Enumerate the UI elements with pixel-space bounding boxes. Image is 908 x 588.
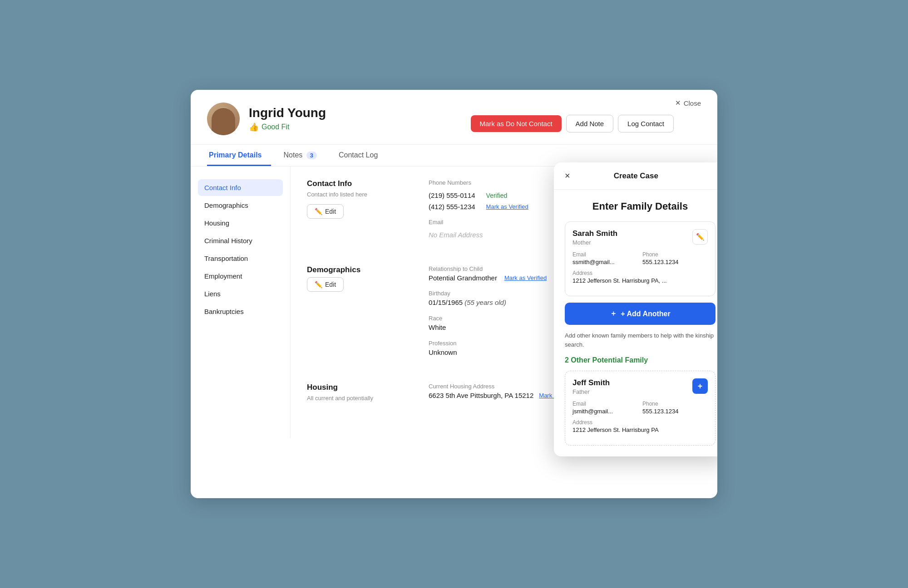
housing-left: Housing All current and potentially	[307, 383, 407, 408]
demographics-title: Demographics	[307, 265, 407, 274]
add-another-button[interactable]: ＋ + Add Another	[565, 303, 716, 325]
other-family-info: Jeff Smith Father	[572, 378, 610, 395]
profession-value: Unknown	[429, 348, 457, 356]
sidebar-item-liens[interactable]: Liens	[198, 285, 283, 302]
help-text: Add other known family members to help w…	[565, 331, 716, 349]
birthday-label: Birthday	[429, 290, 561, 297]
panel-close-button[interactable]: ×	[565, 171, 570, 181]
person-name: Ingrid Young	[249, 106, 326, 120]
close-button[interactable]: ✕ Close	[675, 99, 701, 107]
tab-contact-log[interactable]: Contact Log	[337, 145, 387, 166]
sidebar-item-demographics[interactable]: Demographics	[198, 197, 283, 214]
primary-address-value: 1212 Jefferson St. Harrisburg PA, ...	[572, 277, 708, 284]
address-value: 6623 5th Ave Pittsburgh, PA 15212	[429, 392, 533, 399]
primary-address-label: Address	[572, 270, 708, 276]
sidebar: Contact Info Demographics Housing Crimin…	[191, 167, 291, 439]
verified-badge-1: Verified	[486, 192, 508, 199]
race-value: White	[429, 323, 446, 331]
primary-family-header: Sarah Smith Mother ✏️	[572, 229, 708, 246]
close-x-icon: ✕	[675, 99, 681, 107]
other-address-field: Address 1212 Jefferson St. Harrisburg PA	[572, 419, 708, 433]
demographics-left: Demographics ✏️ Edit	[307, 265, 407, 365]
add-note-button[interactable]: Add Note	[566, 115, 614, 132]
avatar-body	[212, 108, 235, 135]
birthday-age: (55 years old)	[464, 299, 506, 306]
primary-phone-field: Phone 555.123.1234	[642, 251, 708, 265]
birthday-field: Birthday 01/15/1965 (55 years old)	[429, 290, 561, 307]
other-family-role: Father	[572, 388, 610, 395]
primary-family-info: Sarah Smith Mother	[572, 229, 617, 246]
other-phone-value: 555.123.1234	[642, 408, 708, 415]
demographics-edit-button[interactable]: ✏️ Edit	[307, 277, 344, 292]
contact-info-title: Contact Info	[307, 179, 407, 188]
phone-number-1: (219) 555-0114	[429, 191, 475, 199]
notes-badge: 3	[306, 152, 317, 159]
thumbs-up-icon: 👍	[249, 122, 259, 132]
primary-family-name: Sarah Smith	[572, 229, 617, 238]
relationship-value: Potential Grandmother	[429, 274, 497, 282]
tab-notes[interactable]: Notes 3	[282, 145, 326, 166]
mark-verified-link-2[interactable]: Mark as Verified	[504, 274, 547, 281]
sidebar-item-bankruptcies[interactable]: Bankruptcies	[198, 303, 283, 320]
primary-address-field: Address 1212 Jefferson St. Harrisburg PA…	[572, 270, 708, 284]
primary-phone-value: 555.123.1234	[642, 259, 708, 265]
email-label: Email	[429, 219, 444, 225]
email-value: No Email Address	[429, 231, 483, 239]
other-email-label: Email	[572, 401, 638, 407]
other-phone-field: Phone 555.123.1234	[642, 401, 708, 415]
other-family-card: Jeff Smith Father + Email jsmith@gmail..…	[565, 371, 716, 446]
pencil-icon: ✏️	[315, 208, 322, 215]
primary-email-label: Email	[572, 251, 638, 258]
header: Ingrid Young 👍 Good Fit Mark as Do Not C…	[191, 90, 717, 145]
other-family-name: Jeff Smith	[572, 378, 610, 387]
primary-family-role: Mother	[572, 239, 617, 246]
race-field: Race White	[429, 315, 561, 332]
sidebar-item-contact-info[interactable]: Contact Info	[198, 179, 283, 196]
header-left: Ingrid Young 👍 Good Fit	[207, 103, 326, 135]
panel-title: Create Case	[570, 172, 702, 181]
avatar-image	[207, 103, 240, 135]
race-label: Race	[429, 315, 561, 322]
contact-info-left: Contact Info Contact info listed here ✏️…	[307, 179, 407, 247]
log-contact-button[interactable]: Log Contact	[618, 115, 674, 132]
sidebar-item-criminal-history[interactable]: Criminal History	[198, 232, 283, 249]
panel-header: × Create Case	[554, 162, 717, 190]
sidebar-item-transportation[interactable]: Transportation	[198, 250, 283, 267]
main-card: ✕ Close Ingrid Young 👍 Good Fit	[191, 90, 717, 498]
edit-primary-family-button[interactable]: ✏️	[692, 229, 708, 245]
housing-subtitle: All current and potentially	[307, 395, 407, 402]
panel-body: Enter Family Details Sarah Smith Mother …	[554, 190, 717, 456]
contact-info-subtitle: Contact info listed here	[307, 191, 407, 198]
plus-icon: ＋	[610, 309, 617, 318]
other-phone-label: Phone	[642, 401, 708, 407]
name-section: Ingrid Young 👍 Good Fit	[249, 106, 326, 132]
birthday-value: 01/15/1965 (55 years old)	[429, 299, 506, 306]
other-address-label: Address	[572, 419, 708, 426]
close-label: Close	[684, 99, 701, 107]
other-email-value: jsmith@gmail...	[572, 408, 638, 415]
housing-title: Housing	[307, 383, 407, 392]
phone-number-2: (412) 555-1234	[429, 203, 475, 211]
enter-family-title: Enter Family Details	[565, 201, 716, 212]
good-fit-label: 👍 Good Fit	[249, 122, 326, 132]
other-family-title: 2 Other Potential Family	[565, 356, 716, 364]
tab-primary-details[interactable]: Primary Details	[207, 145, 271, 166]
add-another-label: + Add Another	[621, 310, 670, 318]
primary-email-value: ssmith@gmail...	[572, 259, 638, 265]
pencil-icon-2: ✏️	[315, 281, 322, 288]
avatar	[207, 103, 240, 135]
primary-email-field: Email ssmith@gmail...	[572, 251, 638, 265]
other-address-value: 1212 Jefferson St. Harrisburg PA	[572, 426, 708, 433]
mark-dnc-button[interactable]: Mark as Do Not Contact	[471, 115, 562, 132]
add-family-member-button[interactable]: +	[692, 378, 708, 394]
phone-label: Phone Numbers	[429, 179, 471, 186]
mark-verified-link-1[interactable]: Mark as Verified	[486, 203, 528, 210]
plus-icon-2: +	[698, 382, 703, 391]
header-actions: Mark as Do Not Contact Add Note Log Cont…	[471, 115, 674, 132]
edit-pencil-icon: ✏️	[696, 233, 705, 241]
contact-info-edit-button[interactable]: ✏️ Edit	[307, 204, 344, 219]
sidebar-item-housing[interactable]: Housing	[198, 215, 283, 231]
primary-family-card: Sarah Smith Mother ✏️ Email ssmith@gmail…	[565, 221, 716, 296]
sidebar-item-employment[interactable]: Employment	[198, 268, 283, 284]
other-email-field: Email jsmith@gmail...	[572, 401, 638, 415]
